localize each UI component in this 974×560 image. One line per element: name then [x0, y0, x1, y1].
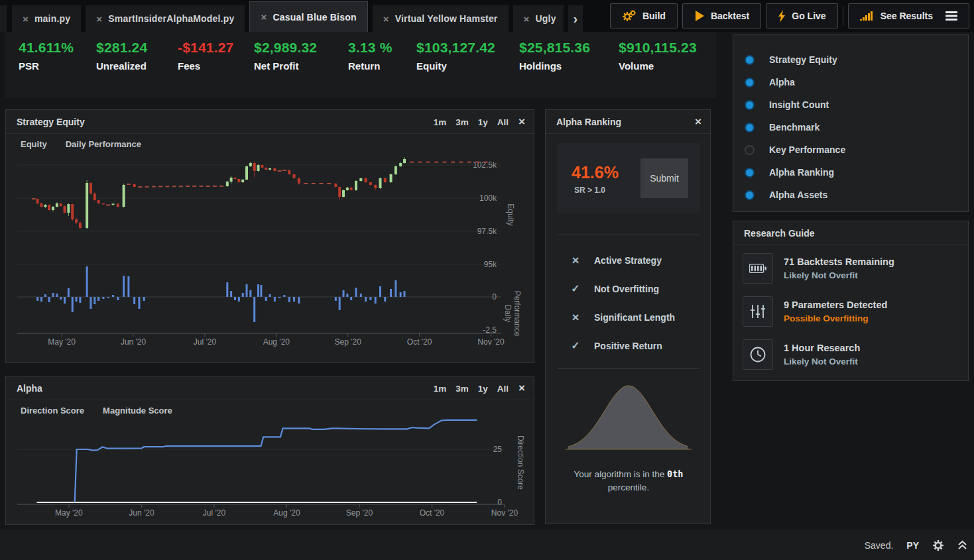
tab-overflow-chevron[interactable]: ›	[568, 5, 583, 32]
bell-curve	[564, 380, 693, 455]
sharpe-score-caption: SR > 1.0	[574, 186, 605, 195]
check-icon: ✓	[570, 339, 581, 352]
research-guide-panel: Research Guide 71 Backtests RemainingLik…	[733, 221, 969, 381]
close-icon[interactable]: ×	[261, 12, 267, 22]
svg-text:May '20: May '20	[55, 508, 83, 518]
chart-toggle-alpha-ranking[interactable]: Alpha Ranking	[733, 161, 968, 184]
radio-selected-icon[interactable]	[745, 55, 755, 65]
research-item-status: Possible Overfitting	[784, 313, 869, 323]
backtest-button[interactable]: Backtest	[682, 3, 761, 28]
research-icon-box	[743, 296, 773, 327]
alpha-legend: Direction ScoreMagnitude Score	[21, 406, 172, 416]
stat-value: $2,989.32	[254, 40, 348, 56]
research-guide-item: 71 Backtests RemainingLikely Not Overfit	[733, 245, 968, 288]
stat-fees: -$141.27Fees	[178, 32, 254, 98]
chart-toggle-benchmark[interactable]: Benchmark	[733, 116, 968, 139]
legend-magnitude-score[interactable]: Magnitude Score	[103, 406, 172, 416]
chart-toggle-label: Benchmark	[769, 122, 820, 133]
range-all[interactable]: All	[497, 117, 509, 127]
tab-label: main.py	[34, 13, 70, 24]
radio-selected-icon[interactable]	[745, 78, 755, 87]
research-guide-list: 71 Backtests RemainingLikely Not Overfit…	[733, 245, 968, 374]
research-item-status: Likely Not Overfit	[784, 270, 858, 280]
lightning-icon	[778, 10, 786, 23]
stat-psr: 41.611%PSR	[19, 32, 96, 98]
stat-equity: $103,127.42Equity	[416, 32, 519, 98]
percentile-text: Your algorithm is in the 0th percentile.	[558, 468, 700, 494]
range-1y[interactable]: 1y	[478, 384, 488, 394]
tab-label: SmartInsiderAlphaModel.py	[108, 13, 234, 24]
stat-label: Equity	[416, 60, 519, 72]
battery-icon	[749, 264, 766, 273]
radio-selected-icon[interactable]	[745, 100, 755, 110]
svg-text:Jul '20: Jul '20	[194, 337, 217, 347]
stat-value: $103,127.42	[416, 40, 519, 56]
chart-toggle-label: Alpha	[769, 77, 795, 87]
chart-toggle-alpha-assets[interactable]: Alpha Assets	[733, 184, 968, 206]
tab-casual-blue-bison[interactable]: ×Casual Blue Bison	[249, 1, 367, 32]
language-indicator[interactable]: PY	[906, 540, 919, 551]
tab-ugly[interactable]: ×Ugly	[513, 5, 564, 32]
range-1m[interactable]: 1m	[434, 117, 447, 127]
svg-text:May '20: May '20	[48, 337, 76, 347]
sliders-icon	[751, 305, 765, 318]
collapse-panel-icon[interactable]	[957, 540, 967, 550]
legend-direction-score[interactable]: Direction Score	[21, 406, 84, 416]
stat-label: Unrealized	[96, 60, 178, 72]
chart-toggle-strategy-equity[interactable]: Strategy Equity	[733, 48, 968, 71]
chart-toggle-key-performance[interactable]: Key Performance	[733, 139, 968, 161]
research-item-title: 71 Backtests Remaining	[784, 256, 894, 267]
range-3m[interactable]: 3m	[456, 384, 469, 394]
close-icon[interactable]: ×	[524, 14, 530, 24]
range-1y[interactable]: 1y	[478, 117, 488, 127]
alpha-ranking-panel: Alpha Ranking × 41.6% SR > 1.0 Submit ×A…	[545, 109, 711, 524]
close-icon[interactable]: ×	[96, 14, 102, 24]
svg-text:25: 25	[493, 445, 503, 454]
tab-label: Virtual Yellow Hamster	[395, 13, 498, 24]
stat-label: Return	[348, 60, 416, 72]
close-icon[interactable]: ×	[518, 116, 525, 127]
range-buttons: 1m3m1yAll	[434, 376, 509, 400]
range-3m[interactable]: 3m	[456, 117, 469, 127]
close-icon[interactable]: ×	[23, 14, 29, 24]
close-icon[interactable]: ×	[383, 14, 389, 24]
go-live-button[interactable]: Go Live	[766, 3, 837, 28]
strategy-equity-header: Strategy Equity 1m3m1yAll ×	[6, 110, 534, 134]
settings-gear-icon[interactable]	[932, 539, 944, 551]
chart-toggle-insight-count[interactable]: Insight Count	[733, 93, 968, 116]
hamburger-icon[interactable]	[945, 11, 957, 21]
chart-toggle-label: Alpha Assets	[769, 190, 827, 200]
close-icon[interactable]: ×	[518, 382, 525, 394]
alpha-panel: Alpha 1m3m1yAll × Direction ScoreMagnitu…	[5, 376, 534, 525]
tab-label: Ugly	[535, 13, 556, 24]
stat-value: -$141.27	[178, 40, 254, 56]
tab-virtual-yellow-hamster[interactable]: ×Virtual Yellow Hamster	[373, 5, 509, 32]
button-label: Backtest	[711, 11, 749, 21]
radio-selected-icon[interactable]	[745, 190, 755, 200]
svg-text:100k: 100k	[479, 194, 497, 203]
tab-smartinsideralphamodel-py[interactable]: ×SmartInsiderAlphaModel.py	[86, 5, 245, 32]
button-label: See Results	[881, 11, 933, 21]
checklist-item: ✓Not Overfitting	[570, 274, 675, 303]
radio-unselected-icon[interactable]	[745, 145, 755, 155]
stat-value: 41.611%	[19, 40, 96, 56]
radio-selected-icon[interactable]	[745, 123, 755, 133]
build-button[interactable]: Build	[610, 3, 678, 28]
legend-equity[interactable]: Equity	[21, 139, 47, 149]
tab-main-py[interactable]: ×main.py	[12, 5, 81, 32]
legend-daily-performance[interactable]: Daily Performance	[66, 139, 141, 149]
see-results-button[interactable]: See Results	[848, 3, 969, 28]
close-icon[interactable]: ×	[695, 116, 701, 127]
submit-button[interactable]: Submit	[640, 158, 688, 198]
toolbar: BuildBacktestGo LiveSee Results	[610, 3, 969, 28]
range-all[interactable]: All	[497, 384, 509, 394]
file-tabs: ×main.py×SmartInsiderAlphaModel.py×Casua…	[12, 0, 583, 32]
svg-text:95k: 95k	[484, 260, 497, 269]
range-1m[interactable]: 1m	[434, 384, 447, 394]
chart-toggle-list: Strategy EquityAlphaInsight CountBenchma…	[733, 48, 968, 206]
svg-text:Aug '20: Aug '20	[263, 337, 290, 347]
stat-value: $25,815.36	[519, 40, 619, 56]
chart-toggle-alpha[interactable]: Alpha	[733, 71, 968, 93]
radio-selected-icon[interactable]	[745, 168, 755, 178]
stat-label: Holdings	[519, 60, 619, 72]
